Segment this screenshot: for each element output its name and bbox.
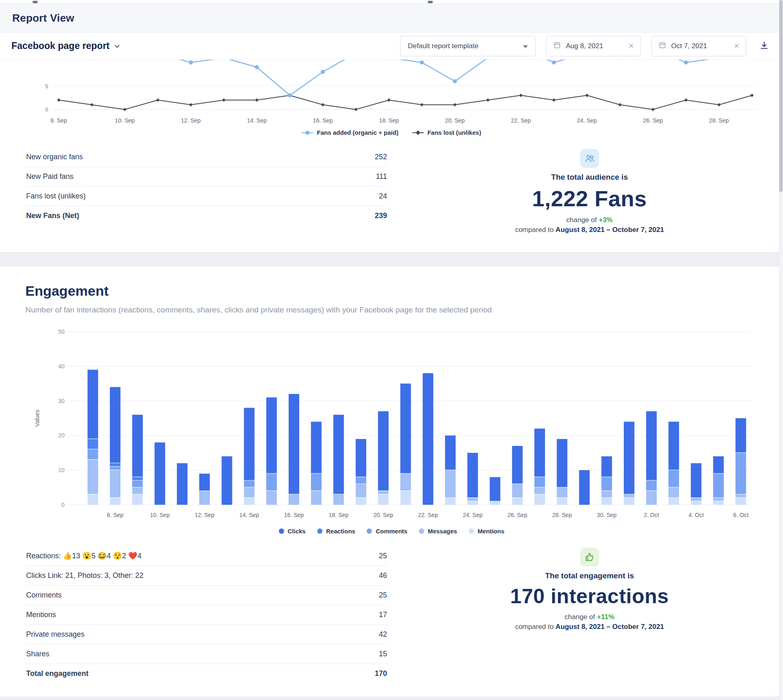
audience-total: 1,222 Fans [412,186,767,211]
clear-date-icon[interactable]: ✕ [629,42,634,50]
summary-change: change of +11% [412,613,767,621]
row-value: 42 [350,625,388,644]
legend-dot [367,528,372,534]
vertical-scrollbar[interactable] [779,0,783,700]
row-value: 17 [350,605,388,625]
chevron-down-icon [114,42,120,50]
table-row: Mentions17 [25,605,388,625]
row-value: 15 [350,644,388,664]
svg-text:50: 50 [58,328,65,335]
legend-item-fans-lost-unlikes[interactable]: Fans lost (unlikes) [412,129,481,136]
svg-text:0: 0 [61,502,65,508]
engagement-subtitle: Number of fan interactions (reactions, c… [25,305,758,314]
svg-text:8. Sep: 8. Sep [51,117,67,124]
clipped-fragment [33,1,38,3]
svg-text:12. Sep: 12. Sep [195,512,214,518]
fans-line-chart: 508. Sep10. Sep12. Sep14. Sep16. Sep18. … [0,60,783,125]
legend-item-reactions[interactable]: Reactions [317,528,356,535]
download-report-button[interactable] [757,38,772,54]
calendar-icon [658,41,666,51]
svg-text:0: 0 [45,107,48,113]
date-to-input[interactable]: Oct 7, 2021 ✕ [652,36,746,56]
engagement-split: Reactions: 👍13 😮5 😂4 😯2 ❤️425Clicks Link… [0,536,783,700]
svg-text:16. Sep: 16. Sep [313,117,333,124]
legend-label: Clicks [288,528,306,535]
svg-text:Values: Values [34,410,40,427]
legend-label: Comments [376,528,407,535]
change-value: +3% [598,216,613,224]
row-value: 111 [321,167,388,187]
row-label: New organic fans [25,147,321,167]
clear-date-icon[interactable]: ✕ [734,42,739,50]
row-value: 252 [321,147,388,167]
svg-text:10. Sep: 10. Sep [150,512,169,518]
change-value: +11% [597,613,614,621]
row-value: 25 [350,546,388,566]
svg-text:10. Sep: 10. Sep [115,117,135,124]
svg-text:26. Sep: 26. Sep [643,117,663,124]
toolbar-controls: Default report template Aug 8, 2021 ✕ Oc… [400,36,772,56]
report-name-dropdown[interactable]: Facebook page report [11,40,120,51]
legend-label: Reactions [326,528,356,535]
date-from-input[interactable]: Aug 8, 2021 ✕ [546,36,641,56]
row-label: Shares [25,644,350,664]
svg-text:4. Oct: 4. Oct [688,512,703,518]
summary-intro: The total audience is [412,173,767,182]
svg-text:10: 10 [58,467,65,473]
row-label: Reactions: 👍13 😮5 😂4 😯2 ❤️4 [25,546,350,566]
legend-item-mentions[interactable]: Mentions [469,528,505,535]
summary-compare: compared to August 8, 2021 – October 7, … [412,226,767,234]
row-value: 170 [350,664,388,684]
legend-label: Mentions [478,528,505,535]
svg-text:12. Sep: 12. Sep [181,117,200,124]
template-select[interactable]: Default report template [400,36,536,56]
svg-text:20. Sep: 20. Sep [445,117,465,124]
change-label: change of [566,216,597,224]
row-value: 239 [321,206,388,226]
svg-text:22. Sep: 22. Sep [511,117,531,124]
row-label: New Paid fans [25,167,321,187]
svg-text:22. Sep: 22. Sep [418,512,438,518]
audience-table: New organic fans252New Paid fans111Fans … [25,147,388,225]
line-diamond-marker [412,130,424,135]
legend-item-messages[interactable]: Messages [419,528,457,535]
svg-text:18. Sep: 18. Sep [329,512,348,518]
svg-text:16. Sep: 16. Sep [284,512,304,518]
engagement-table: Reactions: 👍13 😮5 😂4 😯2 ❤️425Clicks Link… [25,546,388,683]
compared-period: August 8, 2021 – October 7, 2021 [556,623,664,631]
row-label: Fans lost (unlikes) [25,187,321,206]
legend-dot [469,528,474,534]
bottom-divider [0,696,783,700]
engagement-bar-chart: 01020304050Values8. Sep10. Sep12. Sep14.… [0,321,783,524]
compared-period: August 8, 2021 – October 7, 2021 [556,226,664,234]
table-row: Reactions: 👍13 😮5 😂4 😯2 ❤️425 [25,546,388,566]
users-icon [580,149,599,168]
row-label: Total engagement [25,664,350,684]
legend-item-comments[interactable]: Comments [367,528,407,535]
thumbs-up-icon [580,548,599,566]
engagement-section: Engagement Number of fan interactions (r… [0,267,783,700]
audience-section: 508. Sep10. Sep12. Sep14. Sep16. Sep18. … [0,60,783,252]
table-row: Fans lost (unlikes)24 [25,187,388,206]
template-select-value: Default report template [408,42,478,50]
legend-dot [279,528,284,534]
row-value: 46 [350,566,388,586]
svg-text:40: 40 [58,363,65,370]
scrollbar-thumb[interactable] [779,0,783,192]
change-label: change of [565,613,595,621]
row-label: Private messages [25,625,350,644]
engagement-header: Engagement Number of fan interactions (r… [0,267,783,321]
svg-text:20. Sep: 20. Sep [374,512,393,518]
svg-text:6. Oct: 6. Oct [733,512,748,518]
legend-item-fans-added-organic-paid[interactable]: Fans added (organic + paid) [302,129,398,136]
svg-text:20: 20 [58,432,65,439]
row-label: New Fans (Net) [25,206,321,226]
legend-item-clicks[interactable]: Clicks [279,528,306,535]
page-title: Report View [12,12,74,25]
row-label: Clicks Link: 21, Photos: 3, Other: 22 [25,566,350,586]
clipped-row-fragment [0,0,783,4]
table-row: Comments25 [25,586,388,605]
svg-text:30: 30 [58,398,65,404]
row-value: 24 [321,187,388,206]
engagement-title: Engagement [25,283,758,299]
